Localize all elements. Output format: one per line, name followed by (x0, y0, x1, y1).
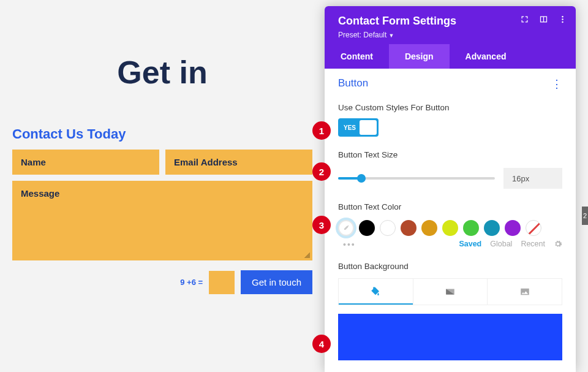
bg-tab-color[interactable] (339, 279, 413, 305)
swatch-green[interactable] (463, 220, 479, 236)
side-marker: 2 (582, 207, 588, 225)
preset-label: Preset: Default (338, 31, 386, 39)
panel-body: Button ⋮ Use Custom Styles For Button YE… (325, 69, 576, 360)
text-size-row: 16px (338, 168, 562, 189)
palette-tab-saved[interactable]: Saved (459, 240, 481, 248)
image-icon (519, 286, 530, 297)
annotation-4: 4 (312, 335, 331, 353)
form-row: Name Email Address (0, 150, 325, 175)
panel-tabs: Content Design Advanced (325, 44, 576, 69)
swatch-selected[interactable] (338, 220, 354, 236)
palette-tab-recent[interactable]: Recent (521, 240, 545, 248)
color-swatches (338, 220, 562, 236)
swatch-teal[interactable] (484, 220, 500, 236)
captcha-label: 9 +6 = (180, 278, 203, 287)
submit-row: 9 +6 = Get in touch (0, 270, 312, 294)
svg-point-2 (562, 21, 564, 23)
preset-selector[interactable]: Preset: Default▼ (338, 31, 565, 39)
page-title: Get in (0, 54, 325, 91)
submit-button[interactable]: Get in touch (241, 270, 312, 294)
panel-header: Contact Form Settings Preset: Default▼ (325, 6, 576, 44)
gradient-icon (445, 286, 456, 297)
name-field[interactable]: Name (12, 150, 159, 175)
text-size-value[interactable]: 16px (503, 168, 562, 189)
swatch-lime[interactable] (442, 220, 458, 236)
swatch-white[interactable] (380, 220, 396, 236)
chevron-down-icon: ▼ (388, 32, 394, 39)
bg-tabs (338, 278, 562, 305)
bg-color-preview[interactable] (338, 314, 562, 360)
bg-tab-gradient[interactable] (413, 279, 488, 305)
palette-tabs: Saved Global Recent (338, 240, 562, 248)
section-kebab-icon[interactable]: ⋮ (551, 77, 562, 91)
tab-advanced[interactable]: Advanced (450, 44, 522, 69)
custom-styles-label: Use Custom Styles For Button (338, 103, 562, 112)
settings-panel: Contact Form Settings Preset: Default▼ C… (325, 6, 576, 372)
kebab-menu-icon[interactable] (558, 15, 567, 24)
section-title[interactable]: Button (338, 77, 562, 89)
toggle-knob (360, 120, 377, 135)
bg-tab-image[interactable] (488, 279, 562, 305)
button-bg-label: Button Background (338, 262, 562, 271)
annotation-3: 3 (312, 216, 331, 234)
text-size-label: Button Text Size (338, 150, 562, 159)
expand-icon[interactable] (520, 15, 529, 24)
svg-point-1 (562, 18, 564, 20)
text-color-label: Button Text Color (338, 202, 562, 211)
form-title: Contact Us Today (12, 126, 325, 142)
tab-content[interactable]: Content (325, 44, 389, 69)
page-canvas: Get in Contact Us Today Name Email Addre… (0, 0, 325, 372)
svg-point-0 (562, 16, 564, 18)
annotation-2: 2 (312, 162, 331, 181)
swatch-none[interactable] (526, 220, 541, 236)
swatch-amber[interactable] (421, 220, 437, 236)
panel-header-icons (520, 15, 567, 24)
slider-thumb[interactable] (357, 174, 366, 183)
eyedropper-icon (342, 224, 350, 232)
swatch-black[interactable] (359, 220, 375, 236)
captcha-input[interactable] (209, 271, 235, 294)
text-size-slider[interactable] (338, 177, 495, 180)
custom-styles-toggle[interactable]: YES (338, 118, 379, 137)
gear-icon[interactable] (554, 240, 562, 248)
annotation-1: 1 (312, 121, 331, 140)
toggle-yes-label: YES (344, 124, 356, 131)
email-field[interactable]: Email Address (165, 150, 312, 175)
paint-bucket-icon (370, 286, 381, 297)
palette-tab-global[interactable]: Global (490, 240, 512, 248)
swatch-redbrown[interactable] (401, 220, 417, 236)
columns-icon[interactable] (539, 15, 548, 24)
message-field[interactable]: Message (12, 181, 312, 260)
tab-design[interactable]: Design (389, 44, 450, 69)
swatch-purple[interactable] (505, 220, 521, 236)
